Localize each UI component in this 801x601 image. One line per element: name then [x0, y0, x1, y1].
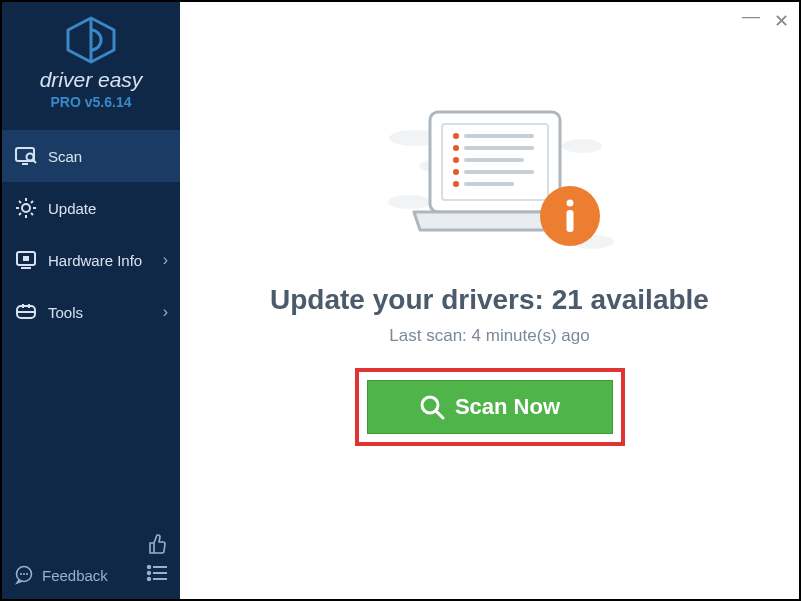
svg-point-46	[453, 181, 459, 187]
svg-point-34	[562, 139, 602, 153]
feedback-label: Feedback	[42, 567, 108, 584]
chevron-right-icon: ›	[163, 251, 168, 269]
close-button[interactable]: ✕	[774, 10, 789, 32]
headline: Update your drivers: 21 available	[270, 284, 709, 316]
svg-point-33	[388, 195, 432, 209]
headline-prefix: Update your drivers:	[270, 284, 552, 315]
scan-button-highlight: Scan Now	[355, 368, 625, 446]
svg-point-44	[453, 169, 459, 175]
last-scan-text: Last scan: 4 minute(s) ago	[389, 326, 589, 346]
feedback-button[interactable]: Feedback	[14, 565, 108, 585]
svg-point-49	[566, 200, 573, 207]
sidebar-footer: Feedback	[2, 523, 180, 599]
svg-rect-47	[464, 182, 514, 186]
svg-point-3	[27, 154, 34, 161]
nav-item-scan[interactable]: Scan	[2, 130, 180, 182]
svg-line-10	[19, 201, 21, 203]
hardware-icon	[14, 248, 38, 272]
svg-line-52	[436, 411, 443, 418]
headline-suffix: available	[583, 284, 709, 315]
nav-item-tools[interactable]: Tools ›	[2, 286, 180, 338]
svg-rect-50	[566, 210, 573, 232]
svg-rect-15	[23, 256, 29, 261]
svg-point-25	[148, 566, 150, 568]
scan-icon	[14, 144, 38, 168]
svg-point-22	[20, 573, 22, 575]
chat-icon	[14, 565, 34, 585]
brand-name: driver easy	[2, 68, 180, 92]
nav-label: Scan	[48, 148, 82, 165]
last-scan-value: 4 minute(s) ago	[472, 326, 590, 345]
scan-button-label: Scan Now	[455, 394, 560, 420]
svg-rect-45	[464, 170, 534, 174]
available-count: 21	[552, 284, 583, 315]
logo-block: driver easy PRO v5.6.14	[2, 2, 180, 122]
tools-icon	[14, 300, 38, 324]
sidebar: driver easy PRO v5.6.14 Scan Update H	[2, 2, 180, 599]
svg-point-5	[22, 204, 30, 212]
app-window: driver easy PRO v5.6.14 Scan Update H	[0, 0, 801, 601]
version-label: PRO v5.6.14	[2, 94, 180, 110]
svg-point-38	[453, 133, 459, 139]
svg-rect-39	[464, 134, 534, 138]
list-view-button[interactable]	[146, 565, 168, 585]
svg-line-12	[31, 201, 33, 203]
nav: Scan Update Hardware Info › Tools	[2, 130, 180, 338]
svg-rect-41	[464, 146, 534, 150]
thumbs-up-button[interactable]	[146, 533, 168, 559]
nav-label: Update	[48, 200, 96, 217]
nav-label: Hardware Info	[48, 252, 142, 269]
svg-point-23	[23, 573, 25, 575]
svg-point-29	[148, 578, 150, 580]
svg-line-4	[33, 160, 37, 164]
nav-label: Tools	[48, 304, 83, 321]
svg-rect-43	[464, 158, 524, 162]
main-panel: — ✕ Updat	[180, 2, 799, 599]
magnifier-icon	[419, 394, 445, 420]
svg-line-11	[31, 213, 33, 215]
nav-item-update[interactable]: Update	[2, 182, 180, 234]
svg-point-40	[453, 145, 459, 151]
last-scan-prefix: Last scan:	[389, 326, 471, 345]
svg-line-13	[19, 213, 21, 215]
nav-item-hardware[interactable]: Hardware Info ›	[2, 234, 180, 286]
window-controls: — ✕	[742, 10, 789, 32]
svg-point-24	[26, 573, 28, 575]
app-logo-icon	[64, 16, 118, 64]
svg-point-42	[453, 157, 459, 163]
laptop-scan-illustration	[360, 94, 620, 264]
minimize-button[interactable]: —	[742, 6, 760, 28]
gear-icon	[14, 196, 38, 220]
chevron-right-icon: ›	[163, 303, 168, 321]
scan-now-button[interactable]: Scan Now	[367, 380, 613, 434]
svg-point-27	[148, 572, 150, 574]
